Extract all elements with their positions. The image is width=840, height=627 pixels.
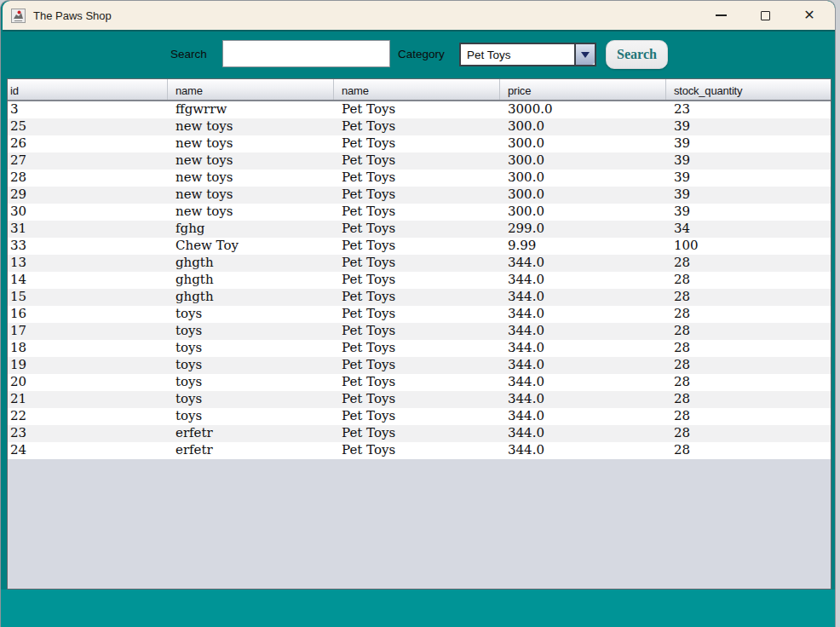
table-row[interactable]: 25new toysPet Toys300.039 bbox=[8, 118, 831, 135]
table-row[interactable]: 3ffgwrrwPet Toys3000.023 bbox=[8, 101, 831, 118]
table-cell: Pet Toys bbox=[334, 152, 500, 170]
table-cell: 14 bbox=[8, 272, 168, 289]
table-cell: 344.0 bbox=[500, 323, 666, 340]
table-row[interactable]: 21toysPet Toys344.028 bbox=[8, 391, 831, 408]
table-cell: toys bbox=[168, 374, 334, 391]
table-cell: new toys bbox=[168, 204, 334, 221]
table-cell: 27 bbox=[8, 152, 168, 170]
table-cell: new toys bbox=[168, 187, 334, 204]
table-row[interactable]: 15ghgthPet Toys344.028 bbox=[8, 289, 831, 306]
table-cell: Pet Toys bbox=[334, 135, 500, 152]
table-cell: 344.0 bbox=[500, 442, 666, 459]
table-cell: 344.0 bbox=[500, 340, 666, 357]
table-cell: 300.0 bbox=[500, 152, 666, 170]
table-cell: 17 bbox=[8, 323, 168, 340]
table-row[interactable]: 29new toysPet Toys300.039 bbox=[8, 187, 831, 204]
table-cell: Pet Toys bbox=[334, 187, 500, 204]
table-cell: 29 bbox=[8, 187, 168, 204]
table-row[interactable]: 20toysPet Toys344.028 bbox=[8, 374, 831, 391]
table-row[interactable]: 18toysPet Toys344.028 bbox=[8, 340, 831, 357]
table-cell: 31 bbox=[8, 221, 168, 238]
product-table: idnamenamepricestock_quantity 3ffgwrrwPe… bbox=[7, 78, 831, 590]
table-cell: 28 bbox=[666, 289, 830, 306]
table-cell: Chew Toy bbox=[168, 238, 334, 255]
table-row[interactable]: 31fghgPet Toys299.034 bbox=[8, 221, 831, 238]
table-cell: 19 bbox=[8, 357, 168, 374]
column-header-3[interactable]: price bbox=[500, 79, 666, 100]
table-cell: toys bbox=[168, 391, 334, 408]
table-cell: Pet Toys bbox=[334, 323, 500, 340]
table-cell: ffgwrrw bbox=[168, 101, 334, 118]
table-cell: 39 bbox=[666, 204, 830, 221]
table-cell: Pet Toys bbox=[334, 170, 500, 187]
table-row[interactable]: 17toysPet Toys344.028 bbox=[8, 323, 831, 340]
table-cell: ghgth bbox=[168, 289, 334, 306]
table-row[interactable]: 30new toysPet Toys300.039 bbox=[8, 204, 831, 221]
table-cell: 15 bbox=[8, 289, 168, 306]
close-button[interactable]: ✕ bbox=[803, 9, 816, 22]
search-button[interactable]: Search bbox=[606, 40, 668, 69]
minimize-button[interactable] bbox=[714, 9, 728, 22]
column-header-2[interactable]: name bbox=[334, 79, 500, 100]
column-header-0[interactable]: id bbox=[8, 79, 168, 100]
table-cell: 300.0 bbox=[500, 170, 666, 187]
table-row[interactable]: 28new toysPet Toys300.039 bbox=[8, 170, 831, 187]
table-cell: 39 bbox=[666, 187, 830, 204]
table-cell: toys bbox=[168, 323, 334, 340]
table-cell: Pet Toys bbox=[334, 357, 500, 374]
table-cell: 300.0 bbox=[500, 135, 666, 152]
table-cell: 22 bbox=[8, 408, 168, 425]
table-cell: 39 bbox=[666, 152, 830, 170]
table-cell: Pet Toys bbox=[334, 221, 500, 238]
table-body: 3ffgwrrwPet Toys3000.02325new toysPet To… bbox=[8, 101, 831, 459]
table-cell: Pet Toys bbox=[334, 272, 500, 289]
table-cell: Pet Toys bbox=[334, 391, 500, 408]
close-icon: ✕ bbox=[803, 9, 814, 22]
category-select[interactable]: Pet Toys bbox=[459, 43, 596, 66]
table-cell: 39 bbox=[666, 118, 830, 135]
maximize-button[interactable] bbox=[758, 9, 772, 22]
table-row[interactable]: 23erfetrPet Toys344.028 bbox=[8, 425, 831, 442]
table-row[interactable]: 26new toysPet Toys300.039 bbox=[8, 135, 831, 152]
table-row[interactable]: 22toysPet Toys344.028 bbox=[8, 408, 831, 425]
table-cell: 344.0 bbox=[500, 306, 666, 323]
table-cell: 13 bbox=[8, 255, 168, 272]
table-cell: 28 bbox=[666, 408, 830, 425]
table-row[interactable]: 13ghgthPet Toys344.028 bbox=[8, 255, 831, 272]
table-cell: 344.0 bbox=[500, 357, 666, 374]
table-cell: 28 bbox=[666, 272, 830, 289]
table-cell: 3 bbox=[8, 101, 168, 118]
table-cell: erfetr bbox=[168, 425, 334, 442]
table-row[interactable]: 24erfetrPet Toys344.028 bbox=[8, 442, 831, 459]
table-row[interactable]: 19toysPet Toys344.028 bbox=[8, 357, 831, 374]
table-cell: Pet Toys bbox=[334, 101, 500, 118]
table-cell: Pet Toys bbox=[334, 425, 500, 442]
column-header-4[interactable]: stock_quantity bbox=[666, 79, 830, 100]
table-cell: Pet Toys bbox=[334, 408, 500, 425]
category-label: Category bbox=[398, 48, 445, 60]
table-row[interactable]: 33Chew ToyPet Toys9.99100 bbox=[8, 238, 831, 255]
table-row[interactable]: 27new toysPet Toys300.039 bbox=[8, 152, 831, 170]
table-row[interactable]: 16toysPet Toys344.028 bbox=[8, 306, 831, 323]
combo-dropdown-button[interactable] bbox=[574, 44, 595, 65]
table-cell: Pet Toys bbox=[334, 204, 500, 221]
table-cell: 16 bbox=[8, 306, 168, 323]
table-cell: Pet Toys bbox=[334, 374, 500, 391]
table-row[interactable]: 14ghgthPet Toys344.028 bbox=[8, 272, 831, 289]
table-header: idnamenamepricestock_quantity bbox=[8, 79, 831, 101]
table-cell: 21 bbox=[8, 391, 168, 408]
table-cell: toys bbox=[168, 306, 334, 323]
search-input[interactable] bbox=[222, 40, 390, 67]
table-cell: Pet Toys bbox=[334, 442, 500, 459]
table-cell: 28 bbox=[8, 170, 168, 187]
table-cell: 20 bbox=[8, 374, 168, 391]
table-cell: new toys bbox=[168, 135, 334, 152]
table-cell: 344.0 bbox=[500, 425, 666, 442]
table-cell: Pet Toys bbox=[334, 255, 500, 272]
table-cell: 28 bbox=[666, 374, 830, 391]
table-cell: toys bbox=[168, 408, 334, 425]
table-cell: 28 bbox=[666, 340, 830, 357]
table-cell: 39 bbox=[666, 135, 830, 152]
table-cell: 299.0 bbox=[500, 221, 666, 238]
column-header-1[interactable]: name bbox=[168, 79, 334, 100]
